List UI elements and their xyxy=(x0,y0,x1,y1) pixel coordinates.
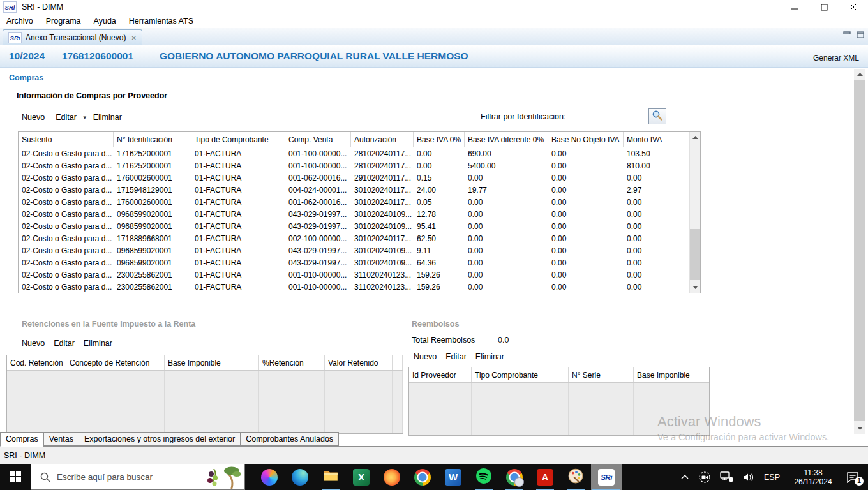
taskbar-button-sri-dimm[interactable]: SRi xyxy=(591,464,622,490)
column-header-base-iva-diferente-0[interactable]: Base IVA diferente 0% xyxy=(465,132,548,147)
table-cell: 19.77 xyxy=(465,184,548,196)
taskbar-search-box[interactable]: Escribe aquí para buscar xyxy=(31,464,245,490)
column-header-id-proveedor[interactable]: Id Proveedor xyxy=(409,368,472,382)
scroll-thumb[interactable] xyxy=(854,80,865,421)
column-header-tipo-de-comprobante[interactable]: Tipo de Comprobante xyxy=(191,132,285,147)
table-cell: 24.00 xyxy=(414,184,465,196)
search-highlight-image[interactable] xyxy=(204,465,243,489)
vertical-scrollbar[interactable] xyxy=(689,132,700,293)
generate-xml-button[interactable]: Generar XML xyxy=(813,54,859,63)
table-cell: 01-FACTURA xyxy=(191,220,285,232)
column-header-concepto-de-retencion[interactable]: Concepto de Retención xyxy=(66,355,165,370)
start-button[interactable] xyxy=(0,464,31,490)
column-header-cod-retencion[interactable]: Cod. Retención xyxy=(7,355,66,370)
column-header-sustento[interactable]: Sustento xyxy=(19,132,114,147)
tray-chevron-icon[interactable] xyxy=(680,474,689,480)
network-icon[interactable] xyxy=(720,471,733,482)
table-cell: 0.00 xyxy=(624,196,689,208)
reembolsos-editar-button[interactable]: Editar xyxy=(445,352,467,361)
reembolsos-nuevo-button[interactable]: Nuevo xyxy=(414,352,437,361)
retenciones-editar-button[interactable]: Editar xyxy=(54,339,75,348)
close-button[interactable] xyxy=(839,0,868,14)
column-header-n-serie[interactable]: N° Serie xyxy=(569,368,634,382)
action-center-icon[interactable]: 1 xyxy=(846,471,859,483)
retenciones-nuevo-button[interactable]: Nuevo xyxy=(22,339,45,348)
bottom-tab-ventas[interactable]: Ventas xyxy=(43,432,79,446)
compras-eliminar-button[interactable]: Eliminar xyxy=(93,113,122,122)
main-vertical-scrollbar[interactable] xyxy=(854,69,865,434)
view-maximize-icon[interactable] xyxy=(857,31,864,40)
bottom-tab-compras[interactable]: Compras xyxy=(0,432,43,447)
table-cell: 690.00 xyxy=(465,147,548,160)
meet-now-icon[interactable] xyxy=(698,471,711,484)
view-minimize-icon[interactable] xyxy=(843,31,851,40)
table-row[interactable]: 02-Costo o Gasto para d...09685990200010… xyxy=(19,244,689,256)
taskbar-button-spotify[interactable] xyxy=(468,464,499,490)
scroll-up-arrow[interactable] xyxy=(854,69,865,80)
column-header-base-iva-0[interactable]: Base IVA 0% xyxy=(414,132,465,147)
section-title-compras: Compras xyxy=(9,73,43,82)
taskbar-button-acrobat[interactable]: A xyxy=(530,464,560,490)
clock[interactable]: 11:38 26/11/2024 xyxy=(789,468,837,486)
column-header-comp-venta[interactable]: Comp. Venta xyxy=(285,132,351,147)
filter-search-button[interactable] xyxy=(648,108,666,124)
menu-programa[interactable]: Programa xyxy=(40,15,87,27)
taskbar-button-file-explorer[interactable] xyxy=(315,464,346,490)
table-row[interactable]: 02-Costo o Gasto para d...23002558620010… xyxy=(19,269,689,281)
bottom-tab-exportaciones-y-otros-ingresos-del-exterior[interactable]: Exportaciones y otros ingresos del exter… xyxy=(79,432,240,446)
table-cell: 02-Costo o Gasto para d... xyxy=(19,232,114,244)
column-header-monto-iva[interactable]: Monto IVA xyxy=(624,132,689,147)
column-header-n-identificacion[interactable]: N° Identificación xyxy=(114,132,191,147)
table-row[interactable]: 02-Costo o Gasto para d...09685990200010… xyxy=(19,220,689,232)
menu-herramientas-ats[interactable]: Herramientas ATS xyxy=(123,15,200,27)
tab-close-icon[interactable]: ✕ xyxy=(131,34,136,41)
taskbar-button-firefox[interactable] xyxy=(377,464,407,490)
column-header-valor-retenido[interactable]: Valor Retenido xyxy=(325,355,393,370)
column-header-tipo-comprobante[interactable]: Tipo Comprobante xyxy=(472,368,569,382)
taskbar-button-edge[interactable] xyxy=(285,464,315,490)
taskbar-search-input[interactable]: Escribe aquí para buscar xyxy=(57,472,204,482)
scroll-up-arrow[interactable] xyxy=(690,132,700,143)
table-row[interactable]: 02-Costo o Gasto para d...17162520000010… xyxy=(19,147,689,160)
table-row[interactable]: 02-Costo o Gasto para d...23002558620010… xyxy=(19,281,689,293)
bottom-tab-comprobantes-anulados[interactable]: Comprobantes Anulados xyxy=(240,432,339,446)
reembolsos-eliminar-button[interactable]: Eliminar xyxy=(475,352,504,361)
taskbar-button-chrome[interactable] xyxy=(407,464,438,490)
table-row[interactable]: 02-Costo o Gasto para d...17188896680010… xyxy=(19,232,689,244)
table-row[interactable]: 02-Costo o Gasto para d...09685990200010… xyxy=(19,208,689,220)
column-header-filler xyxy=(696,368,709,382)
column-header-base-imponible[interactable]: Base Imponible xyxy=(165,355,259,370)
column-header-base-imponible[interactable]: Base Imponible xyxy=(634,368,696,382)
table-cell: 02-Costo o Gasto para d... xyxy=(19,281,114,293)
tab-anexo-transaccional[interactable]: SRi Anexo Transaccional (Nuevo) ✕ xyxy=(3,29,142,45)
table-row[interactable]: 02-Costo o Gasto para d...17600026000010… xyxy=(19,172,689,184)
language-indicator[interactable]: ESP xyxy=(764,473,780,482)
retenciones-eliminar-button[interactable]: Eliminar xyxy=(84,339,112,348)
column-header-autorizacion[interactable]: Autorización xyxy=(351,132,414,147)
menu-ayuda[interactable]: Ayuda xyxy=(87,15,123,27)
minimize-button[interactable] xyxy=(780,0,809,14)
filter-input[interactable] xyxy=(567,110,648,123)
taskbar-button-chrome-profile[interactable] xyxy=(499,464,530,490)
scroll-down-arrow[interactable] xyxy=(690,282,700,293)
taskbar-button-paint[interactable] xyxy=(560,464,591,490)
table-row[interactable]: 02-Costo o Gasto para d...09685990200010… xyxy=(19,256,689,269)
table-cell: 0.00 xyxy=(465,244,548,256)
taskbar-button-excel[interactable]: X xyxy=(346,464,377,490)
column-header-base-no-objeto-iva[interactable]: Base No Objeto IVA xyxy=(548,132,624,147)
table-row[interactable]: 02-Costo o Gasto para d...17159481290010… xyxy=(19,184,689,196)
compras-editar-button[interactable]: Editar xyxy=(56,113,77,122)
taskbar-button-word[interactable]: W xyxy=(438,464,468,490)
compras-nuevo-button[interactable]: Nuevo xyxy=(22,113,45,122)
scroll-thumb[interactable] xyxy=(690,229,700,280)
maximize-button[interactable] xyxy=(809,0,839,14)
taskbar-button-copilot[interactable] xyxy=(254,464,285,490)
table-row[interactable]: 02-Costo o Gasto para d...17600026000010… xyxy=(19,196,689,208)
table-row[interactable]: 02-Costo o Gasto para d...17162520000010… xyxy=(19,160,689,172)
editar-dropdown-icon[interactable]: ▼ xyxy=(82,115,87,121)
retenciones-toolbar: Nuevo Editar Eliminar xyxy=(22,339,112,348)
menu-archivo[interactable]: Archivo xyxy=(0,15,40,27)
column-header-retencion[interactable]: %Retención xyxy=(259,355,325,370)
table-cell: 0.00 xyxy=(624,208,689,220)
volume-icon[interactable] xyxy=(742,472,755,482)
